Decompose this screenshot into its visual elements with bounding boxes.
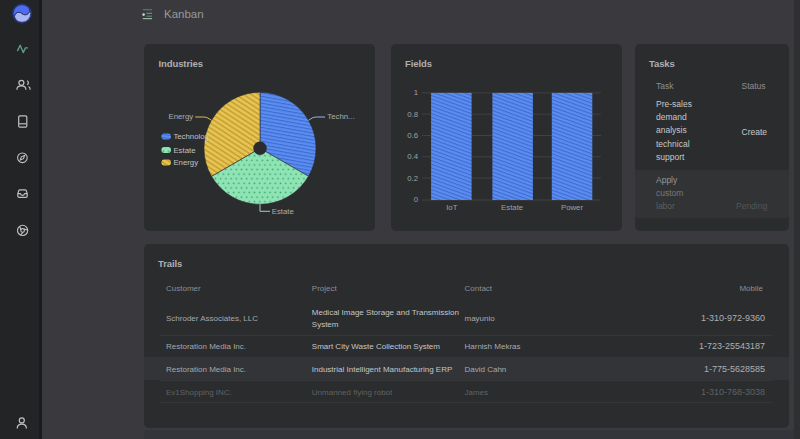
svg-text:0.4: 0.4 xyxy=(407,152,419,161)
svg-text:IoT: IoT xyxy=(446,202,458,211)
svg-text:Techn...: Techn... xyxy=(327,112,354,121)
svg-text:Estate: Estate xyxy=(271,207,293,216)
svg-text:Estate: Estate xyxy=(173,145,195,154)
svg-text:1: 1 xyxy=(414,88,418,97)
svg-text:Energy: Energy xyxy=(168,111,193,120)
svg-text:0.2: 0.2 xyxy=(407,173,418,182)
svg-text:Power: Power xyxy=(561,202,584,211)
svg-text:Estate: Estate xyxy=(501,202,523,211)
svg-text:0.8: 0.8 xyxy=(407,109,418,118)
svg-text:0: 0 xyxy=(414,194,419,203)
svg-text:0.6: 0.6 xyxy=(407,130,418,139)
svg-text:Energy: Energy xyxy=(173,158,198,167)
svg-text:Technolog: Technolog xyxy=(173,132,209,141)
